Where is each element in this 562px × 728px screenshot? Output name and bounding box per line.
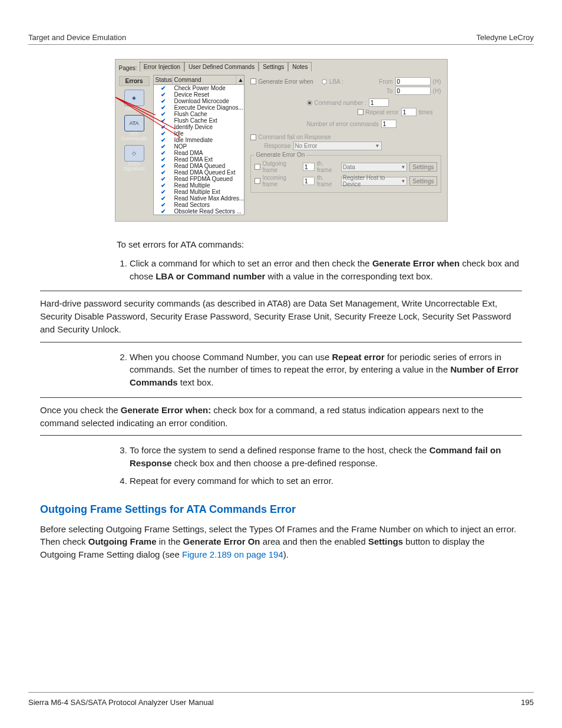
hex-suffix: (H) xyxy=(433,78,441,85)
to-label: To xyxy=(386,88,393,94)
lba-radio[interactable] xyxy=(322,79,327,84)
outgoing-frame-label: Outgoing frame xyxy=(263,160,300,173)
command-row[interactable]: ✔Flush Cache xyxy=(154,111,246,117)
note-2: Once you check the Generate Error when: … xyxy=(40,397,522,436)
outgoing-frame-checkbox[interactable] xyxy=(254,164,260,170)
col-status[interactable]: Status xyxy=(154,75,173,84)
outgoing-settings-button[interactable]: Settings xyxy=(409,162,437,172)
command-row[interactable]: ✔NOP xyxy=(154,143,246,150)
tab-notes[interactable]: Notes xyxy=(288,62,312,71)
tab-error-injection[interactable]: Error Injection xyxy=(140,62,184,71)
command-row[interactable]: ✔Read Native Max Addres... xyxy=(154,195,246,202)
sidebar-caption: SATA Signature xyxy=(121,162,147,172)
status-check-icon: ✔ xyxy=(154,195,173,202)
step-2: When you choose Command Number, you can … xyxy=(130,351,522,389)
generate-error-on-group: Generate Error On Outgoing frame th. fra… xyxy=(250,155,441,193)
to-input[interactable] xyxy=(395,87,431,95)
command-number-radio[interactable] xyxy=(307,100,312,106)
response-select[interactable]: No Error ▼ xyxy=(293,141,382,150)
repeat-error-label: Repeat error xyxy=(366,109,399,116)
status-check-icon: ✔ xyxy=(154,104,173,111)
incoming-frame-checkbox[interactable] xyxy=(254,178,260,184)
error-injection-panel-screenshot: Pages: Error Injection User Defined Comm… xyxy=(115,59,448,222)
status-check-icon: ✔ xyxy=(154,124,173,130)
status-check-icon: ✔ xyxy=(154,189,173,195)
sidebar-item-sata[interactable]: ◇ SATA Signature xyxy=(121,144,147,172)
generate-error-when-checkbox[interactable] xyxy=(250,78,256,84)
tab-settings[interactable]: Settings xyxy=(259,62,288,71)
scroll-up-icon[interactable]: ▲ xyxy=(236,75,244,84)
status-check-icon: ✔ xyxy=(154,111,173,117)
command-name: Idle xyxy=(173,130,246,137)
repeat-error-input[interactable] xyxy=(401,108,416,116)
status-check-icon: ✔ xyxy=(154,98,173,104)
status-check-icon: ✔ xyxy=(154,85,173,91)
command-row[interactable]: ✔Check Power Mode xyxy=(154,85,246,91)
times-label: times xyxy=(419,109,433,116)
sata-icon: ◇ xyxy=(124,145,144,162)
incoming-frame-num[interactable] xyxy=(303,177,315,185)
pages-label: Pages: xyxy=(119,65,140,71)
command-number-label: Command number : xyxy=(315,100,366,106)
outgoing-frame-paragraph: Before selecting Outgoing Frame Settings… xyxy=(40,523,522,561)
step-1: Click a command for which to set an erro… xyxy=(130,257,522,283)
command-row[interactable]: ✔Read DMA xyxy=(154,150,246,156)
command-name: Flush Cache xyxy=(173,111,246,117)
status-check-icon: ✔ xyxy=(154,208,173,215)
command-name: Read Multiple xyxy=(173,182,246,189)
outgoing-frame-select[interactable]: Data ▼ xyxy=(341,163,408,172)
command-row[interactable]: ✔Idle xyxy=(154,130,246,137)
footer-page: 195 xyxy=(521,698,534,707)
outgoing-frame-value: Data xyxy=(343,164,355,170)
sidebar-item-general[interactable]: ◈ General xyxy=(121,88,147,111)
command-name: Read FPDMA Queued xyxy=(173,176,246,182)
command-row[interactable]: ✔Idle Immediate xyxy=(154,137,246,143)
scrollbar[interactable] xyxy=(246,85,246,215)
col-command[interactable]: Command xyxy=(173,75,236,84)
hex-suffix: (H) xyxy=(433,88,441,94)
command-name: Execute Device Diagnos... xyxy=(173,104,246,111)
command-fail-response-checkbox[interactable] xyxy=(250,134,256,140)
step-4: Repeat for every command for which to se… xyxy=(130,475,522,487)
command-name: Flush Cache Ext xyxy=(173,117,246,124)
from-input[interactable] xyxy=(395,77,431,85)
command-row[interactable]: ✔Flush Cache Ext xyxy=(154,117,246,124)
command-row[interactable]: ✔Read Sectors xyxy=(154,202,246,208)
th-frame-label: th. frame xyxy=(317,174,339,187)
response-value: No Error xyxy=(295,143,318,149)
outgoing-frame-num[interactable] xyxy=(303,163,315,171)
command-row[interactable]: ✔Device Reset xyxy=(154,91,246,98)
command-number-input[interactable] xyxy=(369,98,389,107)
command-row[interactable]: ✔Read DMA Queued xyxy=(154,163,246,169)
command-fail-response-label: Command fail on Response xyxy=(259,134,331,140)
command-row[interactable]: ✔Identify Device xyxy=(154,124,246,130)
footer-rule xyxy=(28,692,534,693)
command-detail-pane: Generate Error when LBA : From (H) To (H… xyxy=(248,75,444,215)
command-row[interactable]: ✔Execute Device Diagnos... xyxy=(154,104,246,111)
sidebar-item-ata[interactable]: ATA ATA Commands xyxy=(121,114,147,141)
command-name: Read DMA Queued xyxy=(173,163,246,169)
command-row[interactable]: ✔Obsolete Read Sectors ... xyxy=(154,208,246,215)
command-row[interactable]: ✔Download Microcode xyxy=(154,98,246,104)
repeat-error-checkbox[interactable] xyxy=(358,109,363,115)
header-left: Target and Device Emulation xyxy=(28,33,126,42)
command-row[interactable]: ✔Read FPDMA Queued xyxy=(154,176,246,182)
command-row[interactable]: ✔Read DMA Queued Ext xyxy=(154,169,246,176)
ata-icon: ATA xyxy=(124,115,144,131)
figure-link[interactable]: Figure 2.189 on page 194 xyxy=(182,549,283,559)
status-check-icon: ✔ xyxy=(154,117,173,124)
sidebar-caption: ATA Commands xyxy=(121,131,147,141)
command-row[interactable]: ✔Read Multiple xyxy=(154,182,246,189)
status-check-icon: ✔ xyxy=(154,91,173,98)
command-name: Check Power Mode xyxy=(173,85,246,91)
command-row[interactable]: ✔Read Multiple Ext xyxy=(154,189,246,195)
th-frame-label: th. frame xyxy=(317,160,339,173)
incoming-settings-button[interactable]: Settings xyxy=(409,176,437,186)
command-row[interactable]: ✔Read DMA Ext xyxy=(154,156,246,163)
command-name: Read Native Max Addres... xyxy=(173,195,246,202)
status-check-icon: ✔ xyxy=(154,156,173,163)
command-list: Status Command ▲ ✔Check Power Mode✔Devic… xyxy=(153,75,244,215)
tab-user-defined[interactable]: User Defined Commands xyxy=(184,62,259,71)
num-error-input[interactable] xyxy=(381,120,396,128)
incoming-frame-select[interactable]: Register Host to Device ▼ xyxy=(341,177,408,186)
